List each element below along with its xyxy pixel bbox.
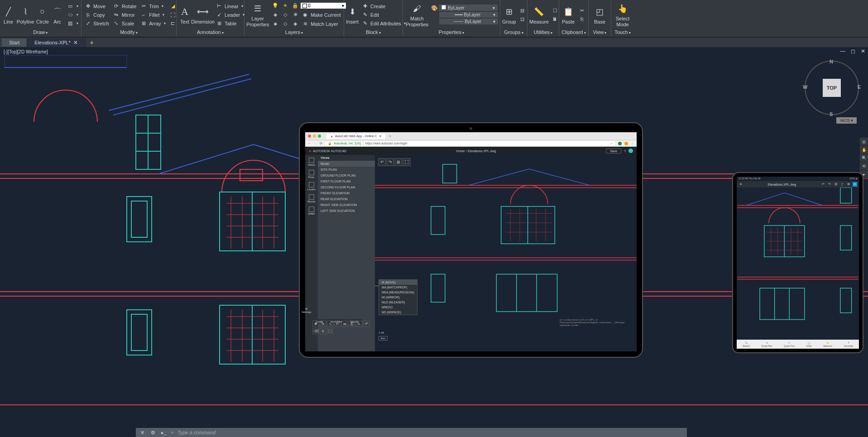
viewcube-east[interactable]: E [858, 84, 861, 90]
copy-button[interactable]: ⎘Copy [83, 11, 110, 19]
viewcube-north[interactable]: N [830, 59, 833, 64]
fillet-button[interactable]: ⌐Fillet▾ [139, 11, 166, 19]
array-button[interactable]: ⊞Array▾ [139, 19, 166, 28]
ext2-icon[interactable] [624, 142, 628, 145]
polyline-button[interactable]: ⌇Polyline [17, 2, 34, 28]
mac-maximize-button[interactable] [318, 134, 321, 138]
move-button[interactable]: ✥Move [83, 2, 110, 10]
tablet-tool-smartpen[interactable]: ✎Smart Pen [762, 341, 772, 347]
offset-button[interactable]: ⊏ [168, 19, 177, 28]
tablet-settings-button[interactable]: ⚙ [846, 182, 851, 187]
save-button[interactable]: Save [606, 149, 621, 154]
layer-uniso-button[interactable]: ◇ [281, 11, 290, 19]
layer-prev-button[interactable]: ◇ [281, 20, 290, 28]
tool-erase[interactable]: ⌫ [312, 328, 319, 334]
select-all-button[interactable]: ☐ [551, 6, 560, 14]
panel-label-modify[interactable]: Modify [83, 29, 174, 36]
webapp-command-input[interactable]: > m [379, 331, 384, 334]
sidebar-item-xref[interactable]: XREF [308, 206, 315, 215]
tablet-canvas[interactable] [737, 187, 859, 340]
linear-button[interactable]: ⊢Linear▾ [215, 2, 245, 10]
browser-back-button[interactable]: ← [308, 142, 311, 145]
autocomplete-item[interactable]: MREDO [379, 305, 417, 310]
browser-forward-button[interactable]: → [314, 142, 317, 145]
browser-tab[interactable]: ▲AutoCAD Web App - Online C✕ [326, 134, 385, 139]
tablet-close-button[interactable]: ✕ [739, 182, 743, 187]
rotate-button[interactable]: ⟳Rotate [112, 2, 137, 10]
edit-block-button[interactable]: ✎Edit [360, 11, 407, 19]
tab-file[interactable]: Elevations-XPL*✕ [27, 38, 86, 47]
tab-close-icon[interactable]: ✕ [379, 134, 382, 138]
panel-label-clipboard[interactable]: Clipboard [561, 29, 586, 36]
group-button[interactable]: ⊞Group [502, 2, 516, 28]
tablet-tool-annotate[interactable]: TAnnotate [844, 341, 853, 347]
ext1-icon[interactable] [618, 142, 622, 145]
tablet-tool-search[interactable]: 🔍Search [743, 341, 750, 347]
panel-label-block[interactable]: Block [346, 29, 401, 36]
nav-wheel-button[interactable]: ◎ [860, 138, 868, 146]
explode-button[interactable]: ⛶ [168, 11, 177, 19]
scale-button[interactable]: ⤡Scale [112, 19, 137, 28]
viewcube-top-face[interactable]: TOP [823, 79, 841, 97]
layer-off-button[interactable]: 💡 [271, 2, 280, 10]
erase-button[interactable]: ◢ [168, 2, 177, 10]
autocomplete-item[interactable]: MLD (MLEADER) [379, 300, 417, 305]
view-item-right[interactable]: RIGHT SIDE ELEVATION [318, 202, 375, 208]
panel-label-properties[interactable]: Properties [405, 29, 498, 36]
rectangle-button[interactable]: ▭▾ [66, 2, 79, 10]
star-icon[interactable]: ☆ [610, 142, 613, 145]
layer-dropdown[interactable]: 0▾ [301, 3, 346, 9]
trim-button[interactable]: ✂Trim▾ [139, 2, 166, 10]
layer-on-button[interactable]: ◈ [271, 20, 280, 28]
layer-thaw-button[interactable]: ❄ [291, 11, 300, 19]
layer-freeze-button[interactable]: ☀ [281, 2, 290, 10]
create-block-button[interactable]: ✚Create [360, 2, 407, 10]
viewcube-south[interactable]: S [830, 111, 833, 117]
layer-lock-button[interactable]: 🔒 [291, 2, 300, 10]
autocomplete-item[interactable]: MA (MATCHPROP) [379, 285, 417, 290]
wcs-label[interactable]: WCS ▾ [836, 117, 857, 124]
tool-copy[interactable]: ⎘ [320, 328, 326, 334]
tool-trim[interactable]: ✂ [334, 321, 340, 327]
panel-label-touch[interactable]: Touch [613, 29, 632, 36]
insert-button[interactable]: ⬇Insert [346, 2, 359, 28]
webapp-canvas[interactable]: ↶ ↷ ⊞ ⛶ [375, 155, 637, 351]
arc-button[interactable]: ⌒Arc [51, 2, 64, 28]
circle-button[interactable]: ○Circle [36, 2, 49, 28]
linetype-dropdown[interactable]: ─── ByLayer▾ [439, 19, 498, 24]
layer-iso-button[interactable]: ◈ [271, 11, 280, 19]
address-bar[interactable]: 🔒 Autodesk, Inc. [US] | https://web.auto… [325, 141, 615, 146]
cmdline-customize-button[interactable]: ⚙ [149, 430, 157, 436]
autocomplete-item[interactable]: MS (MSPACE) [379, 310, 417, 315]
tool-align[interactable]: ≡ [356, 321, 362, 327]
view-item-rear[interactable]: REAR ELEVATION [318, 196, 375, 202]
tablet-export-button[interactable]: ⤴ [840, 182, 844, 187]
match-properties-button[interactable]: 🖌Match Properties [405, 2, 429, 28]
cut-button[interactable]: ✂ [577, 6, 586, 14]
nav-orbit-button[interactable]: ⟲ [860, 162, 868, 170]
color-dropdown[interactable]: ByLayer▾ [439, 5, 498, 11]
table-button[interactable]: ⊞Table [215, 19, 245, 28]
tablet-redo-button[interactable]: ↷ [827, 182, 832, 187]
view-item-ground[interactable]: GROUND FLOOR PLAN [318, 173, 375, 178]
line-button[interactable]: ╱Line [2, 2, 15, 28]
panel-label-draw[interactable]: Draw [2, 29, 79, 36]
close-icon[interactable]: ✕ [73, 39, 78, 46]
command-input[interactable]: Type a command [177, 430, 216, 435]
tablet-undo-button[interactable]: ↶ [821, 182, 825, 187]
autocomplete-item[interactable]: MI (MIRROR) [379, 295, 417, 300]
panel-label-utilities[interactable]: Utilities [529, 29, 557, 36]
quick-calc-button[interactable]: 🖩 [551, 15, 560, 23]
ungroup-button[interactable]: ⊟ [518, 6, 527, 14]
match-layer-button[interactable]: ≋Match Layer [301, 20, 339, 28]
browser-reload-button[interactable]: ⟳ [320, 142, 322, 145]
tool-mirror[interactable]: ⇋ [341, 321, 348, 327]
paste-button[interactable]: 📋Paste [561, 2, 575, 28]
select-mode-button[interactable]: 👆Select Mode [613, 2, 632, 28]
tool-undo[interactable]: ↶ [363, 321, 369, 327]
dimension-button[interactable]: ⟷Dimension [193, 2, 213, 28]
user-avatar[interactable] [628, 149, 633, 153]
lineweight-dropdown[interactable]: ━━━ ByLayer▾ [439, 12, 498, 18]
breadcrumb-home[interactable]: Home [456, 149, 465, 153]
mac-close-button[interactable] [308, 134, 311, 138]
